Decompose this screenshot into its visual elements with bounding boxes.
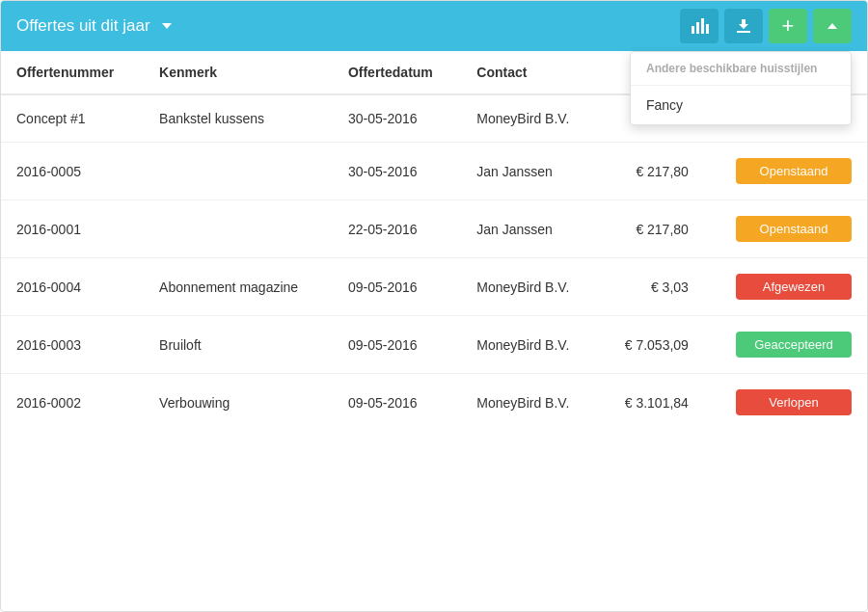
svg-rect-2 [701, 18, 704, 34]
col-kenmerk: Kenmerk [144, 51, 333, 94]
cell-status: Verlopen [704, 374, 867, 432]
cell-nummer: 2016-0005 [1, 143, 144, 200]
cell-datum: 09-05-2016 [333, 316, 461, 374]
cell-contact: MoneyBird B.V. [461, 374, 598, 432]
chart-icon [690, 16, 709, 36]
status-badge: Openstaand [736, 216, 852, 242]
cell-bedrag: € 3,03 [599, 258, 704, 316]
col-contact: Contact [461, 51, 598, 94]
cell-contact: MoneyBird B.V. [461, 94, 598, 143]
cell-status: Geaccepteerd [704, 316, 867, 374]
table-row[interactable]: 2016-0002Verbouwing09-05-2016MoneyBird B… [1, 374, 867, 432]
chevron-down-icon [162, 23, 172, 29]
svg-rect-4 [737, 31, 750, 33]
cell-nummer: Concept #1 [1, 94, 144, 143]
cell-kenmerk: Abonnement magazine [144, 258, 333, 316]
table-row[interactable]: 2016-0003Bruiloft09-05-2016MoneyBird B.V… [1, 316, 867, 374]
table-row[interactable]: 2016-000530-05-2016Jan Janssen€ 217,80Op… [1, 143, 867, 200]
status-badge: Geaccepteerd [736, 332, 852, 358]
download-button[interactable] [724, 9, 763, 43]
cell-status: Afgewezen [704, 258, 867, 316]
cell-datum: 30-05-2016 [333, 143, 461, 200]
status-badge: Openstaand [736, 158, 852, 184]
header: Offertes uit dit jaar + [1, 1, 867, 51]
status-badge: Verlopen [736, 389, 852, 415]
cell-contact: Jan Janssen [461, 143, 598, 200]
dropdown-menu: Andere beschikbare huisstijlen Fancy [630, 51, 852, 125]
cell-datum: 30-05-2016 [333, 94, 461, 143]
cell-bedrag: € 217,80 [599, 143, 704, 200]
svg-rect-3 [706, 24, 709, 34]
cell-bedrag: € 217,80 [599, 200, 704, 258]
cell-datum: 09-05-2016 [333, 258, 461, 316]
cell-bedrag: € 7.053,09 [599, 316, 704, 374]
table-row[interactable]: 2016-000122-05-2016Jan Janssen€ 217,80Op… [1, 200, 867, 258]
cell-kenmerk: Verbouwing [144, 374, 333, 432]
cell-contact: MoneyBird B.V. [461, 316, 598, 374]
dropdown-item-fancy[interactable]: Fancy [631, 86, 851, 124]
cell-status: Openstaand [704, 143, 867, 200]
cell-status: Openstaand [704, 200, 867, 258]
header-actions: + [680, 9, 852, 43]
chart-button[interactable] [680, 9, 719, 43]
cell-nummer: 2016-0001 [1, 200, 144, 258]
add-button[interactable]: + [769, 9, 807, 43]
cell-kenmerk: Bankstel kussens [144, 94, 333, 143]
cell-kenmerk [144, 200, 333, 258]
dropdown-toggle-button[interactable] [813, 9, 852, 43]
status-badge: Afgewezen [736, 274, 852, 300]
download-icon [735, 17, 752, 35]
table-row[interactable]: 2016-0004Abonnement magazine09-05-2016Mo… [1, 258, 867, 316]
cell-nummer: 2016-0002 [1, 374, 144, 432]
col-offertedatum: Offertedatum [333, 51, 461, 94]
col-offertenummer: Offertenummer [1, 51, 144, 94]
cell-contact: Jan Janssen [461, 200, 598, 258]
cell-kenmerk: Bruiloft [144, 316, 333, 374]
cell-bedrag: € 3.101,84 [599, 374, 704, 432]
cell-nummer: 2016-0004 [1, 258, 144, 316]
header-title[interactable]: Offertes uit dit jaar [16, 16, 172, 36]
main-container: Offertes uit dit jaar + [0, 0, 868, 612]
cell-contact: MoneyBird B.V. [461, 258, 598, 316]
cell-nummer: 2016-0003 [1, 316, 144, 374]
cell-datum: 09-05-2016 [333, 374, 461, 432]
chevron-up-icon [826, 19, 839, 33]
dropdown-section-label: Andere beschikbare huisstijlen [631, 52, 851, 86]
title-text: Offertes uit dit jaar [16, 16, 150, 36]
cell-datum: 22-05-2016 [333, 200, 461, 258]
cell-kenmerk [144, 143, 333, 200]
svg-rect-0 [692, 26, 694, 34]
svg-rect-1 [696, 22, 699, 34]
